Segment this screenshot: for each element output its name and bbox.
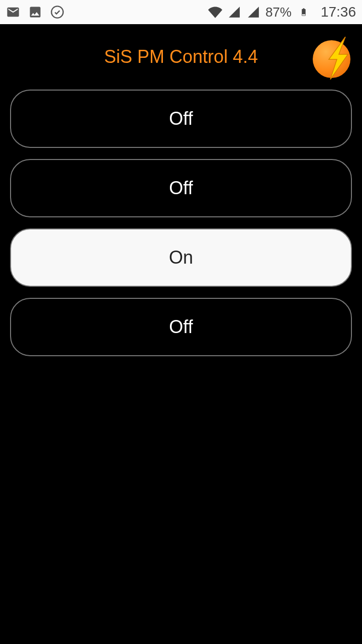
outlet-label: On xyxy=(169,247,193,268)
status-bar: 87% 17:36 xyxy=(0,0,362,24)
app-title: SiS PM Control 4.4 xyxy=(104,46,258,67)
wifi-icon xyxy=(208,5,222,19)
signal-icon-2 xyxy=(246,5,260,19)
outlet-button-4[interactable]: Off xyxy=(10,298,352,356)
clock-text: 17:36 xyxy=(321,4,356,20)
app-header: SiS PM Control 4.4 xyxy=(0,24,362,90)
battery-icon xyxy=(297,5,311,19)
outlet-label: Off xyxy=(169,178,193,199)
image-icon xyxy=(28,5,42,19)
outlet-list: Off Off On Off xyxy=(0,90,362,356)
outlet-label: Off xyxy=(169,108,193,129)
checkmark-circle-icon xyxy=(50,5,64,19)
outlet-button-2[interactable]: Off xyxy=(10,159,352,217)
battery-percent-text: 87% xyxy=(265,5,292,20)
signal-icon-1 xyxy=(227,5,241,19)
lightning-logo-icon xyxy=(313,37,353,77)
svg-rect-1 xyxy=(302,14,305,15)
status-right-icons: 87% 17:36 xyxy=(208,4,356,20)
outlet-label: Off xyxy=(169,316,193,338)
outlet-button-1[interactable]: Off xyxy=(10,90,352,148)
svg-point-0 xyxy=(51,6,63,18)
app-content: SiS PM Control 4.4 Off Off On Off xyxy=(0,24,362,644)
status-left-icons xyxy=(6,5,64,19)
outlet-button-3[interactable]: On xyxy=(10,228,352,287)
mail-icon xyxy=(6,5,20,19)
